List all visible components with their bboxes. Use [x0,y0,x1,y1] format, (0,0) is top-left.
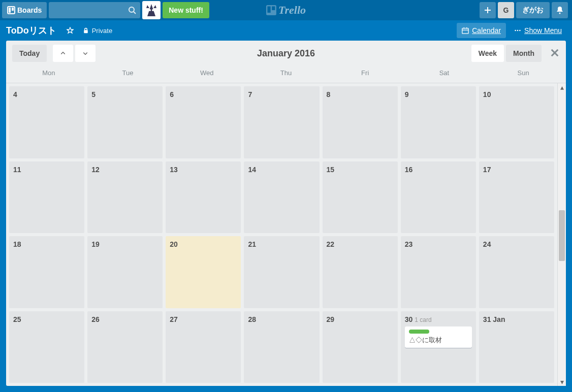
svg-rect-18 [462,28,468,34]
dow-mon: Mon [9,66,88,81]
scrollbar[interactable]: ▴ ▾ [557,83,566,386]
calendar-cell[interactable]: 23 [401,236,476,308]
calendar-powerup-button[interactable]: Calendar [457,23,506,38]
dow-tue: Tue [88,66,168,81]
star-icon [67,27,74,34]
day-number: 11 [13,166,21,174]
day-number: 30 [405,315,413,323]
show-menu-button[interactable]: Show Menu [510,23,566,38]
calendar-cell[interactable]: 18 [9,236,84,308]
mascot-icon [142,1,161,19]
card-title: △◇に取材 [409,336,468,345]
calendar-cell[interactable]: 9 [401,86,476,158]
visibility-label: Private [92,27,112,35]
day-number: 28 [248,315,256,323]
calendar-title: January 2016 [257,48,315,59]
calendar-cell[interactable]: 21 [244,236,319,308]
day-number: 25 [13,315,21,323]
calendar-cell[interactable]: 10 [479,86,554,158]
close-calendar-button[interactable] [550,48,560,59]
show-menu-label: Show Menu [524,26,562,35]
calendar-cell[interactable]: 11 [9,161,84,234]
board-name[interactable]: ToDoリスト [6,24,56,37]
dow-thu: Thu [246,66,326,81]
dow-sun: Sun [484,66,563,81]
boards-icon [7,6,15,14]
day-number: 16 [405,166,413,174]
day-of-week-row: Mon Tue Wed Thu Fri Sat Sun [6,66,566,83]
scroll-thumb[interactable] [559,210,565,261]
calendar-cell[interactable]: 14 [244,161,319,234]
day-number: 18 [13,240,21,248]
svg-point-15 [559,13,561,14]
day-number: 4 [13,90,17,99]
dow-wed: Wed [167,66,246,81]
calendar-cell[interactable]: 28 [244,311,319,383]
day-number: 5 [91,90,96,99]
calendar-cell[interactable]: 20 [166,236,241,308]
day-number: 31 Jan [483,315,505,323]
scroll-down-arrow[interactable]: ▾ [558,378,566,386]
chevron-up-icon [60,50,66,56]
avatar[interactable]: G [498,2,514,18]
calendar-cell[interactable]: 27 [166,311,241,383]
header-right: G ぎがお [480,2,570,18]
calendar-card[interactable]: △◇に取材 [405,326,472,348]
svg-point-6 [149,9,151,11]
calendar-body: 4567891011121314151617181920212223242526… [6,83,566,386]
today-button[interactable]: Today [12,45,47,62]
search-input[interactable] [49,2,140,18]
next-button[interactable] [75,45,96,62]
calendar-cell[interactable]: 5 [87,86,163,158]
month-view-button[interactable]: Month [506,45,542,62]
prev-button[interactable] [53,45,73,62]
trello-logo-text: Trello [278,4,306,17]
svg-rect-11 [267,7,270,13]
calendar-grid: 4567891011121314151617181920212223242526… [6,83,557,386]
week-view-button[interactable]: Week [471,45,504,62]
calendar-cell[interactable]: 22 [323,236,398,308]
avatar-initial: G [503,6,509,14]
svg-point-22 [515,30,516,31]
calendar-cell[interactable]: 24 [479,236,554,308]
calendar-cell[interactable]: 25 [9,311,84,383]
calendar-cell[interactable]: 19 [87,236,163,308]
day-number: 10 [483,90,491,99]
calendar-cell[interactable]: 17 [479,161,554,234]
calendar-cell[interactable]: 26 [87,311,163,383]
calendar-cell[interactable]: 13 [166,161,241,234]
scroll-up-arrow[interactable]: ▴ [558,83,566,91]
calendar-cell[interactable]: 301 card△◇に取材 [401,311,476,383]
calendar-cell[interactable]: 15 [323,161,398,234]
add-button[interactable] [480,2,496,18]
svg-marker-16 [67,27,73,33]
boards-button[interactable]: Boards [2,2,47,18]
calendar-cell[interactable]: 29 [323,311,398,383]
svg-rect-12 [272,7,275,11]
svg-line-4 [134,12,136,14]
calendar-cell[interactable]: 12 [87,161,163,234]
calendar-cell[interactable]: 7 [244,86,319,158]
svg-rect-17 [84,30,88,33]
calendar-cell[interactable]: 16 [401,161,476,234]
visibility-button[interactable]: Private [83,27,112,35]
day-number: 15 [327,166,335,174]
calendar-cell[interactable]: 8 [323,86,398,158]
plus-icon [484,6,492,14]
day-number: 21 [248,240,256,248]
calendar-label: Calendar [472,26,501,35]
calendar-cell[interactable]: 6 [166,86,241,158]
star-button[interactable] [62,23,78,38]
day-number: 22 [327,240,335,248]
notifications-button[interactable] [552,2,568,18]
calendar-cell[interactable]: 31 Jan [479,311,554,383]
svg-rect-1 [9,8,11,13]
svg-point-23 [517,30,519,31]
dow-fri: Fri [326,66,405,81]
board-header: ToDoリスト Private Calendar Show Menu [0,20,572,41]
calendar-cell[interactable]: 4 [9,86,84,158]
trello-logo[interactable]: Trello [266,0,306,20]
user-name-label: ぎがお [522,6,544,15]
user-menu[interactable]: ぎがお [516,2,550,18]
new-stuff-button[interactable]: New stuff! [163,2,209,18]
